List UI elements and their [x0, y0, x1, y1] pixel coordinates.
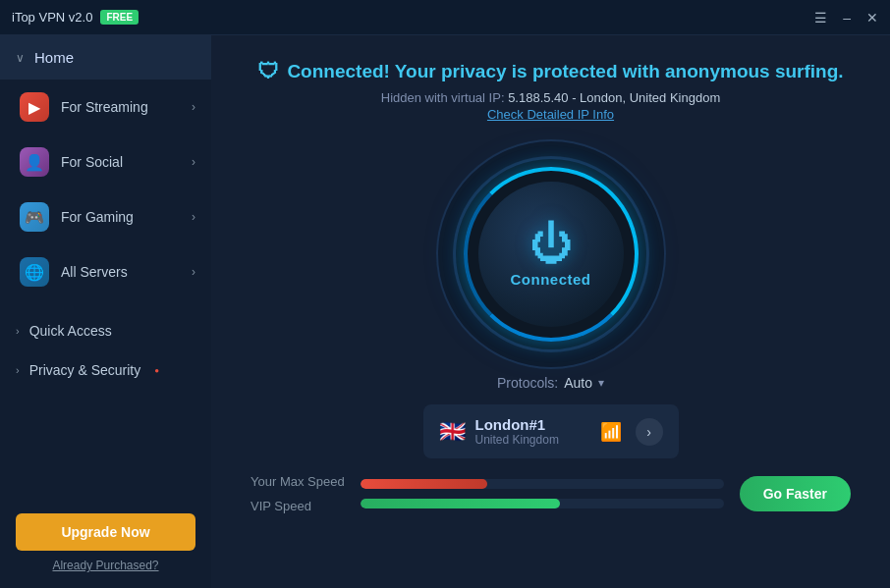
streaming-label: For Streaming [61, 99, 192, 115]
sidebar-item-gaming[interactable]: 🎮 For Gaming › [0, 189, 211, 244]
privacy-dot: ● [154, 366, 159, 375]
free-badge: FREE [100, 10, 139, 25]
max-speed-label: Your Max Speed [250, 474, 345, 489]
protocols-selector[interactable]: Protocols: Auto ▾ [497, 375, 604, 391]
protocols-value: Auto [564, 375, 592, 391]
home-label: Home [34, 49, 74, 66]
main-layout: ∨ Home ▶ For Streaming › 👤 For Social › … [0, 35, 890, 588]
server-arrow-button[interactable]: › [636, 418, 663, 446]
max-speed-bar [361, 479, 488, 489]
server-flag-icon: 🇬🇧 [439, 419, 466, 445]
max-speed-track [361, 479, 724, 489]
server-info: London#1 United Kingdom [475, 416, 590, 447]
sidebar-item-streaming[interactable]: ▶ For Streaming › [0, 80, 211, 134]
servers-label: All Servers [61, 264, 192, 280]
menu-button[interactable]: ☰ [814, 11, 827, 25]
sidebar-item-home[interactable]: ∨ Home [0, 35, 211, 80]
speed-bars [361, 479, 724, 508]
vip-speed-bar [361, 499, 561, 508]
social-arrow-icon: › [192, 155, 195, 169]
upgrade-button[interactable]: Upgrade Now [16, 513, 195, 551]
sidebar-item-social[interactable]: 👤 For Social › [0, 134, 211, 189]
connected-label: Connected [510, 271, 590, 288]
shield-icon: 🛡 [257, 59, 279, 84]
home-chevron-icon: ∨ [16, 51, 25, 65]
quick-access-chevron-icon: › [16, 325, 20, 337]
title-bar-controls: ☰ – ✕ [814, 11, 878, 25]
sidebar: ∨ Home ▶ For Streaming › 👤 For Social › … [0, 35, 211, 588]
go-faster-button[interactable]: Go Faster [740, 476, 851, 511]
speed-labels: Your Max Speed VIP Speed [250, 474, 345, 513]
protocols-label: Protocols: [497, 375, 558, 391]
social-icon: 👤 [20, 147, 49, 177]
title-bar: iTop VPN v2.0 FREE ☰ – ✕ [0, 0, 890, 35]
servers-arrow-icon: › [192, 265, 195, 279]
server-card[interactable]: 🇬🇧 London#1 United Kingdom 📶 › [423, 404, 679, 458]
social-label: For Social [61, 154, 192, 170]
gaming-label: For Gaming [61, 209, 192, 225]
servers-icon: 🌐 [20, 257, 49, 287]
speed-section: Your Max Speed VIP Speed Go Faster [250, 474, 851, 513]
power-button-area[interactable]: ⏻ Connected [438, 141, 664, 367]
vip-speed-label: VIP Speed [250, 499, 345, 513]
server-name: London#1 [475, 416, 590, 433]
status-text: Connected! Your privacy is protected wit… [287, 61, 843, 82]
vip-speed-track [361, 499, 724, 508]
gaming-icon: 🎮 [20, 202, 49, 232]
streaming-arrow-icon: › [192, 100, 195, 114]
status-header: 🛡 Connected! Your privacy is protected w… [257, 59, 843, 122]
server-country: United Kingdom [475, 433, 590, 447]
main-content: 🛡 Connected! Your privacy is protected w… [211, 35, 890, 588]
gaming-arrow-icon: › [192, 210, 195, 224]
app-title: iTop VPN v2.0 [12, 10, 92, 25]
streaming-icon: ▶ [20, 92, 49, 122]
ip-label: Hidden with virtual IP: [381, 90, 505, 105]
sidebar-item-quick-access[interactable]: › Quick Access [0, 311, 211, 350]
sidebar-item-privacy-security[interactable]: › Privacy & Security ● [0, 350, 211, 390]
check-ip-link[interactable]: Check Detailed IP Info [257, 107, 843, 122]
power-icon: ⏻ [529, 222, 573, 265]
title-bar-left: iTop VPN v2.0 FREE [12, 10, 139, 25]
connected-banner: 🛡 Connected! Your privacy is protected w… [257, 59, 843, 84]
privacy-chevron-icon: › [16, 364, 20, 376]
privacy-label: Privacy & Security [29, 362, 141, 378]
sidebar-item-all-servers[interactable]: 🌐 All Servers › [0, 244, 211, 299]
protocols-chevron-icon: ▾ [598, 376, 604, 390]
signal-icon: 📶 [600, 421, 622, 443]
quick-access-label: Quick Access [29, 323, 112, 339]
close-button[interactable]: ✕ [866, 11, 878, 25]
inner-circle: ⏻ Connected [478, 182, 624, 327]
minimize-button[interactable]: – [843, 11, 851, 25]
ip-value: 5.188.5.40 - London, United Kingdom [508, 90, 720, 105]
sidebar-bottom: Upgrade Now Already Purchased? [0, 498, 211, 588]
ip-info: Hidden with virtual IP: 5.188.5.40 - Lon… [257, 90, 843, 105]
already-purchased-link[interactable]: Already Purchased? [52, 559, 158, 572]
